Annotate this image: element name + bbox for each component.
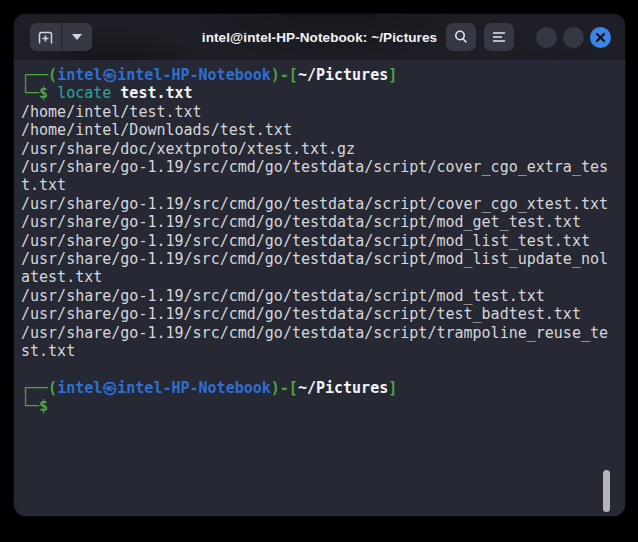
search-button[interactable] [446, 23, 476, 51]
scrollbar-thumb[interactable] [603, 470, 610, 512]
terminal-line: /usr/share/go-1.19/src/cmd/go/testdata/s… [21, 305, 608, 323]
hamburger-menu-icon [492, 31, 506, 43]
minimize-button[interactable] [536, 27, 557, 48]
magnifier-icon [453, 29, 469, 45]
terminal-window: intel@intel-HP-Notebook: ~/Pictures [14, 14, 625, 516]
terminal-line: /usr/share/go-1.19/src/cmd/go/testdata/s… [21, 287, 608, 305]
menu-button[interactable] [484, 23, 514, 51]
terminal-line: ┌──(intel㉿intel-HP-Notebook)-[~/Pictures… [21, 379, 608, 397]
terminal-line: /home/intel/Downloads/test.txt [21, 121, 608, 139]
titlebar[interactable]: intel@intel-HP-Notebook: ~/Pictures [14, 14, 625, 60]
new-tab-button[interactable] [30, 23, 61, 51]
terminal-body[interactable]: ┌──(intel㉿intel-HP-Notebook)-[~/Pictures… [14, 60, 625, 516]
window-controls [530, 27, 611, 48]
titlebar-right-controls [446, 23, 611, 51]
terminal-line: /usr/share/go-1.19/src/cmd/go/testdata/s… [21, 158, 608, 195]
maximize-button[interactable] [563, 27, 584, 48]
terminal-line: /usr/share/doc/xextproto/xtest.txt.gz [21, 140, 608, 158]
desktop-background: intel@intel-HP-Notebook: ~/Pictures [0, 0, 638, 542]
terminal-line: /usr/share/go-1.19/src/cmd/go/testdata/s… [21, 213, 608, 231]
chevron-down-icon [72, 34, 82, 40]
new-tab-button-group [30, 23, 92, 51]
terminal-line: └─$ [21, 397, 608, 415]
terminal-line: /usr/share/go-1.19/src/cmd/go/testdata/s… [21, 250, 608, 287]
terminal-line: /usr/share/go-1.19/src/cmd/go/testdata/s… [21, 232, 608, 250]
tab-controls [30, 23, 92, 51]
terminal-line: /usr/share/go-1.19/src/cmd/go/testdata/s… [21, 195, 608, 213]
new-tab-icon [37, 30, 54, 45]
terminal-line: └─$ locate test.txt [21, 84, 608, 102]
close-x-icon [595, 32, 606, 43]
terminal-line [21, 361, 608, 379]
terminal-line: /usr/share/go-1.19/src/cmd/go/testdata/s… [21, 324, 608, 361]
terminal-line: ┌──(intel㉿intel-HP-Notebook)-[~/Pictures… [21, 66, 608, 84]
tab-dropdown-button[interactable] [61, 23, 92, 51]
close-button[interactable] [590, 27, 611, 48]
terminal-output: ┌──(intel㉿intel-HP-Notebook)-[~/Pictures… [21, 66, 608, 416]
terminal-line: /home/intel/test.txt [21, 103, 608, 121]
